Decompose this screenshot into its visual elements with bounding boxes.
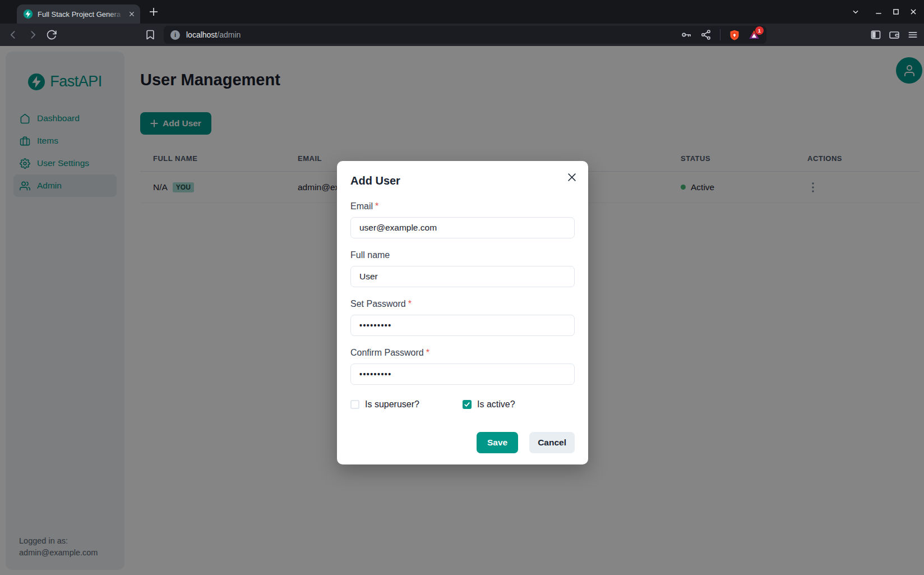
password-key-icon[interactable] (681, 29, 692, 40)
url-path: /admin (217, 30, 241, 39)
is-superuser-label: Is superuser? (365, 399, 419, 410)
fastapi-favicon-icon (23, 9, 33, 19)
close-icon (567, 172, 577, 182)
modal-title: Add User (350, 174, 575, 187)
back-icon[interactable] (8, 29, 19, 40)
url-text: localhost/admin (186, 30, 241, 39)
checkbox-icon (350, 400, 359, 409)
full-name-field-group: Full name (350, 250, 575, 287)
url-bar[interactable]: i localhost/admin 1 (164, 26, 766, 44)
full-name-label: Full name (350, 250, 575, 261)
new-tab-icon[interactable] (149, 7, 158, 16)
is-active-checkbox[interactable]: Is active? (463, 399, 575, 410)
email-field-group: Email* (350, 201, 575, 238)
email-field[interactable] (350, 217, 575, 238)
browser-toolbar: i localhost/admin 1 (0, 24, 924, 46)
page-content: FastAPI Dashboard Items User Settings (0, 46, 924, 575)
window-minimize-icon[interactable] (875, 8, 883, 16)
is-superuser-checkbox[interactable]: Is superuser? (350, 399, 463, 410)
add-user-form: Email* Full name Set Password* Confirm P… (350, 201, 575, 453)
sidebar-toggle-icon[interactable] (870, 29, 881, 40)
reload-icon[interactable] (46, 29, 57, 40)
required-asterisk: * (375, 201, 378, 211)
forward-icon[interactable] (27, 29, 38, 40)
required-asterisk: * (408, 299, 412, 309)
window-close-icon[interactable] (909, 8, 917, 16)
url-host: localhost (186, 30, 217, 39)
window-maximize-icon[interactable] (892, 8, 900, 16)
site-info-icon[interactable]: i (170, 30, 180, 40)
tab-search-icon[interactable] (852, 8, 860, 16)
brave-shield-icon[interactable] (729, 29, 740, 41)
toolbar-divider (720, 29, 720, 40)
email-label: Email* (350, 201, 575, 212)
tab-title: Full Stack Project Genera (38, 10, 123, 19)
tab-close-icon[interactable] (128, 10, 136, 18)
is-active-label: Is active? (477, 399, 515, 410)
full-name-field[interactable] (350, 266, 575, 287)
cancel-button[interactable]: Cancel (529, 432, 575, 453)
checkbox-row: Is superuser? Is active? (350, 399, 575, 410)
browser-titlebar: Full Stack Project Genera (0, 0, 924, 24)
confirm-password-field[interactable] (350, 364, 575, 385)
bookmark-icon[interactable] (145, 29, 156, 40)
set-password-field-group: Set Password* (350, 298, 575, 336)
confirm-password-label: Confirm Password* (350, 347, 575, 358)
rewards-badge: 1 (755, 26, 764, 35)
modal-footer: Save Cancel (350, 432, 575, 453)
browser-tab[interactable]: Full Stack Project Genera (17, 4, 140, 24)
share-icon[interactable] (700, 29, 712, 40)
menu-hamburger-icon[interactable] (907, 29, 918, 40)
set-password-field[interactable] (350, 315, 575, 336)
required-asterisk: * (426, 348, 429, 357)
confirm-password-field-group: Confirm Password* (350, 347, 575, 385)
checkbox-icon (463, 400, 472, 409)
wallet-icon[interactable] (889, 29, 900, 40)
modal-close-button[interactable] (562, 168, 581, 187)
add-user-modal: Add User Email* Full name Set Password* … (337, 161, 588, 464)
set-password-label: Set Password* (350, 298, 575, 310)
save-button[interactable]: Save (477, 432, 518, 453)
brave-rewards-icon[interactable]: 1 (749, 29, 760, 40)
